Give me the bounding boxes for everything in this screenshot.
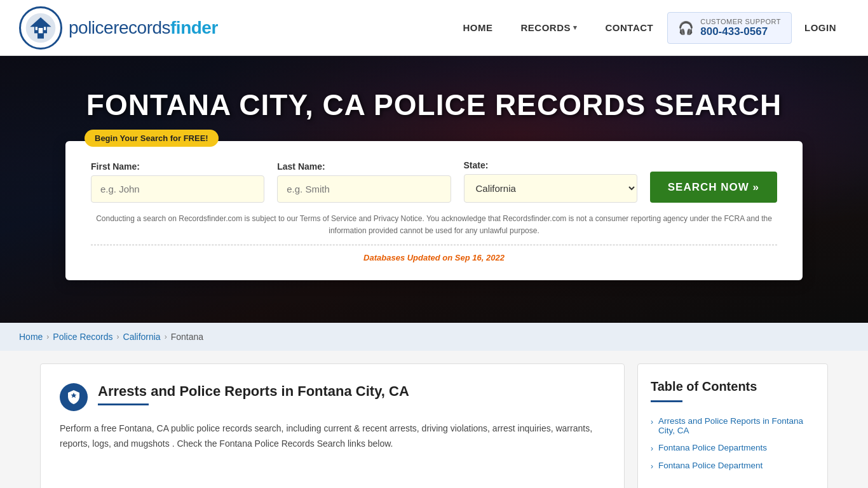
section-body: Perform a free Fontana, CA public police… (60, 421, 605, 452)
free-badge: Begin Your Search for FREE! (85, 130, 219, 147)
section-header: Arrests and Police Reports in Fontana Ci… (60, 383, 605, 411)
hero-title: FONTANA CITY, CA POLICE RECORDS SEARCH (67, 56, 801, 141)
logo-text: policerecordsfinder (69, 18, 218, 38)
breadcrumb-fontana: Fontana (171, 332, 203, 342)
breadcrumb-sep-2: › (117, 332, 119, 341)
headphone-icon: 🎧 (678, 20, 694, 36)
breadcrumb-police-records[interactable]: Police Records (53, 332, 112, 342)
logo[interactable]: policerecordsfinder (19, 6, 218, 50)
main-content: Arrests and Police Reports in Fontana Ci… (40, 363, 625, 488)
customer-support[interactable]: 🎧 CUSTOMER SUPPORT 800-433-0567 (667, 12, 792, 44)
breadcrumb: Home › Police Records › California › Fon… (0, 323, 868, 351)
state-label: State: (464, 160, 637, 170)
toc-item-3[interactable]: › Fontana Police Department (651, 457, 815, 475)
nav-home[interactable]: HOME (449, 16, 506, 39)
breadcrumb-sep-1: › (46, 332, 49, 341)
nav-contact[interactable]: CONTACT (592, 16, 668, 39)
db-updated: Databases Updated on Sep 16, 2022 (91, 245, 777, 262)
section-title: Arrests and Police Reports in Fontana Ci… (98, 383, 409, 400)
chevron-down-icon: ▾ (573, 24, 578, 32)
first-name-label: First Name: (91, 161, 264, 172)
chevron-right-icon-3: › (651, 462, 653, 471)
main-nav: HOME RECORDS ▾ CONTACT 🎧 CUSTOMER SUPPOR… (449, 12, 849, 44)
breadcrumb-sep-3: › (165, 332, 167, 341)
logo-icon (19, 6, 62, 50)
section-title-underline (98, 403, 149, 405)
header: policerecordsfinder HOME RECORDS ▾ CONTA… (0, 0, 868, 56)
state-group: State: California Alabama Alaska Arizona… (464, 160, 637, 203)
nav-records[interactable]: RECORDS ▾ (506, 16, 591, 39)
state-select[interactable]: California Alabama Alaska Arizona Arkans… (464, 174, 637, 203)
content-area: Arrests and Police Reports in Fontana Ci… (21, 351, 847, 488)
first-name-input[interactable] (91, 175, 264, 203)
last-name-group: Last Name: (277, 161, 451, 203)
chevron-right-icon-1: › (651, 417, 653, 426)
support-phone: 800-433-0567 (700, 25, 781, 38)
chevron-right-icon-2: › (651, 444, 653, 453)
toc-item-2[interactable]: › Fontana Police Departments (651, 439, 815, 457)
hero-section: FONTANA CITY, CA POLICE RECORDS SEARCH B… (0, 56, 868, 323)
svg-rect-5 (36, 27, 37, 30)
breadcrumb-california[interactable]: California (123, 332, 161, 342)
svg-rect-4 (39, 28, 43, 33)
nav-login[interactable]: LOGIN (792, 16, 849, 39)
police-badge-icon (60, 383, 88, 411)
first-name-group: First Name: (91, 161, 264, 203)
search-button[interactable]: SEARCH NOW » (650, 172, 777, 203)
toc-item-1[interactable]: › Arrests and Police Reports in Fontana … (651, 412, 815, 439)
sidebar: Table of Contents › Arrests and Police R… (637, 363, 828, 488)
toc-title: Table of Contents (651, 379, 815, 394)
search-box: Begin Your Search for FREE! First Name: … (65, 141, 803, 280)
search-fields: First Name: Last Name: State: California… (91, 160, 777, 203)
support-label: CUSTOMER SUPPORT (700, 18, 781, 25)
toc-underline (651, 400, 682, 402)
toc-list: › Arrests and Police Reports in Fontana … (651, 412, 815, 475)
breadcrumb-home[interactable]: Home (19, 332, 43, 342)
last-name-input[interactable] (277, 175, 451, 203)
last-name-label: Last Name: (277, 161, 451, 172)
svg-rect-6 (44, 27, 46, 30)
disclaimer-text: Conducting a search on Recordsfinder.com… (91, 213, 777, 237)
